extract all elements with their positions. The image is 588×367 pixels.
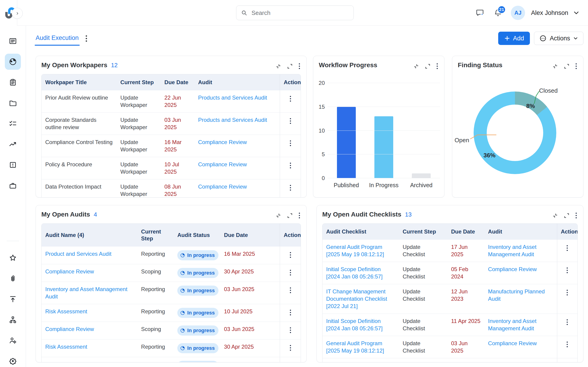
- sidebar-item-global-dashboard[interactable]: [5, 54, 21, 70]
- audit-name-link[interactable]: Product and Services Audit: [45, 251, 111, 257]
- sidebar-item-report[interactable]: [5, 33, 21, 49]
- audit-link[interactable]: Compliance Review: [488, 266, 537, 272]
- open-leader-line: [469, 133, 497, 140]
- sidebar-item-settings[interactable]: [5, 353, 21, 367]
- tab-audit-execution[interactable]: Audit Execution: [36, 34, 79, 46]
- row-actions-button[interactable]: [287, 362, 294, 362]
- audit-link[interactable]: Compliance Review: [488, 340, 537, 346]
- row-actions-button[interactable]: [287, 140, 294, 147]
- tab-options-button[interactable]: [86, 35, 87, 45]
- actions-button[interactable]: Actions: [534, 32, 583, 45]
- sidebar-item-briefcase[interactable]: [5, 177, 21, 194]
- sidebar-item-favorites[interactable]: [5, 250, 21, 266]
- due-date: 16 Mar 2025: [164, 139, 182, 152]
- row-actions-button[interactable]: [287, 95, 294, 102]
- checklist-name-link[interactable]: General Audit Program [2025 May 19 08:12…: [326, 340, 384, 354]
- search-input[interactable]: [251, 9, 349, 17]
- card-menu-button[interactable]: [436, 62, 439, 70]
- audit-link[interactable]: Products and Services Audit: [198, 94, 267, 101]
- user-name[interactable]: Alex Johnson: [531, 9, 568, 17]
- row-actions-button[interactable]: [564, 267, 571, 274]
- audit-link[interactable]: Products and Services Audit: [198, 117, 267, 123]
- checklist-name-link[interactable]: Initial Scope Definition [2024 Jan 08 05…: [326, 318, 383, 332]
- row-actions-button[interactable]: [287, 117, 294, 125]
- column-header: Workpaper Title: [42, 74, 117, 90]
- audit-name-link[interactable]: Risk Assessment: [45, 344, 87, 350]
- audit-link[interactable]: Inventory and Asset Management Audit: [488, 318, 536, 332]
- card-menu-button[interactable]: [298, 62, 301, 70]
- table-row: Data Protection ImpactUpdate Workpaper08…: [42, 179, 301, 198]
- ai-assistant-button[interactable]: [475, 8, 485, 18]
- audit-link[interactable]: Compliance Review: [198, 139, 247, 145]
- row-actions-button[interactable]: [287, 344, 294, 352]
- audit-name-link[interactable]: Risk Assessment: [45, 308, 87, 315]
- collapse-icon[interactable]: [552, 63, 559, 70]
- report-icon: [9, 37, 17, 45]
- audit-name-link[interactable]: Inventory and Asset Management Audit: [45, 286, 128, 300]
- audit-name-link[interactable]: Product and Services Audit: [45, 361, 111, 362]
- notifications-button[interactable]: 21: [493, 8, 503, 18]
- row-actions-button[interactable]: [287, 326, 294, 334]
- due-date: 30 Apr 2025: [224, 268, 254, 275]
- checklist-name-link[interactable]: General Audit Program [2025 May 19 08:12…: [326, 244, 384, 257]
- audit-name-link[interactable]: Compliance Review: [45, 268, 94, 275]
- sidebar-item-issues[interactable]: [5, 157, 21, 173]
- audit-link[interactable]: Compliance Review: [198, 161, 247, 167]
- row-actions-button[interactable]: [287, 269, 294, 276]
- sidebar-item-trending[interactable]: [5, 136, 21, 152]
- card-count[interactable]: 13: [405, 211, 412, 218]
- row-actions-button[interactable]: [287, 162, 294, 169]
- status-label: In progress: [187, 287, 215, 294]
- add-button[interactable]: Add: [498, 32, 530, 45]
- audit-link[interactable]: Manufacturing Planned Audit: [488, 288, 545, 302]
- y-tick-label: 0: [322, 175, 325, 181]
- workpaper-title: Corporate Standards outline review: [45, 117, 96, 130]
- card-menu-button[interactable]: [298, 212, 301, 219]
- card-count[interactable]: 4: [94, 211, 97, 218]
- workflow-bar-chart: 05101520 PublishedIn ProgressArchived: [317, 83, 440, 189]
- avatar[interactable]: AJ: [511, 6, 525, 20]
- sidebar-item-hierarchy[interactable]: [5, 312, 21, 328]
- row-actions-button[interactable]: [564, 341, 571, 348]
- row-actions-button[interactable]: [564, 244, 571, 252]
- collapse-icon[interactable]: [275, 212, 282, 219]
- sidebar-item-attachments[interactable]: [5, 270, 21, 286]
- audit-link[interactable]: Compliance Review: [198, 184, 247, 190]
- issue-card-icon: [9, 161, 17, 169]
- row-actions-button[interactable]: [287, 184, 294, 192]
- expand-icon[interactable]: [286, 63, 293, 70]
- expand-icon[interactable]: [563, 212, 570, 219]
- row-actions-button[interactable]: [287, 309, 294, 316]
- sidebar-item-checklist[interactable]: [5, 116, 21, 132]
- row-actions-button[interactable]: [287, 251, 294, 259]
- row-actions-button[interactable]: [564, 318, 571, 326]
- sidebar-item-upload[interactable]: [5, 291, 21, 307]
- star-icon: [9, 254, 17, 262]
- row-actions-button[interactable]: [287, 286, 294, 294]
- column-header: Audit: [484, 224, 557, 240]
- sidebar-item-folder[interactable]: [5, 95, 21, 111]
- audit-link[interactable]: Inventory and Asset Management Audit: [488, 244, 536, 257]
- table-row: Initial Scope Definition [2024 Jan 08 05…: [322, 262, 578, 284]
- collapse-icon[interactable]: [413, 63, 420, 70]
- card-menu-button[interactable]: [575, 212, 578, 219]
- collapse-icon[interactable]: [552, 212, 559, 219]
- card-menu-button[interactable]: [575, 62, 578, 70]
- sidebar-item-user-management[interactable]: [5, 332, 21, 348]
- sidebar-expand-button[interactable]: [12, 8, 23, 19]
- collapse-icon[interactable]: [275, 63, 282, 70]
- expand-icon[interactable]: [286, 212, 293, 219]
- table-row: Corporate Standards outline reviewUpdate…: [42, 113, 301, 135]
- expand-icon[interactable]: [563, 63, 570, 70]
- due-date: 03 Jun 2025: [451, 340, 468, 354]
- checklist-name-link[interactable]: IT Change Management Documentation Check…: [326, 288, 387, 309]
- expand-icon[interactable]: [424, 63, 431, 70]
- chevron-down-icon[interactable]: [573, 10, 579, 16]
- card-count[interactable]: 12: [111, 62, 118, 69]
- row-actions-button[interactable]: [564, 289, 571, 296]
- sidebar-item-clipboard[interactable]: [5, 74, 21, 90]
- x-tick-label: In Progress: [365, 182, 402, 189]
- audit-name-link[interactable]: Compliance Review: [45, 326, 94, 332]
- column-header: Audit: [194, 74, 280, 90]
- checklist-name-link[interactable]: Initial Scope Definition [2024 Jan 08 05…: [326, 266, 383, 280]
